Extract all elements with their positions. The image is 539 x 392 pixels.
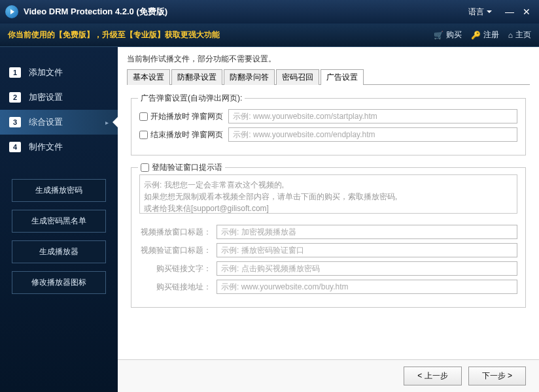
play-title-input[interactable] [217, 225, 517, 239]
chevron-right-icon: ▸ [105, 119, 109, 126]
register-button[interactable]: 🔑注册 [471, 29, 499, 41]
tabs: 基本设置 防翻录设置 防翻录问答 密码召回 广告设置 [118, 69, 539, 84]
language-label: 语言 [468, 7, 484, 18]
cart-icon: 🛒 [434, 31, 443, 40]
end-play-checkbox[interactable]: 结束播放时 弹窗网页 [139, 129, 223, 140]
buy-text-label: 购买链接文字： [139, 263, 211, 274]
modify-player-icon-button[interactable]: 修改播放器图标 [12, 271, 106, 294]
chevron-down-icon [487, 10, 492, 13]
generate-player-button[interactable]: 生成播放器 [12, 240, 106, 263]
tab-ad-settings[interactable]: 广告设置 [321, 69, 364, 85]
sidebar: 1 添加文件 2 加密设置 3 综合设置 ▸ 4 制作文件 生成播放密码 生成密… [0, 47, 118, 392]
login-fieldset: 登陆验证窗口提示语 示例: 我想您一定会非常喜欢这个视频的, 如果您想无限制观看… [131, 167, 526, 308]
end-play-check[interactable] [139, 131, 148, 139]
prev-button[interactable]: < 上一步 [404, 367, 461, 385]
step-label: 制作文件 [29, 141, 63, 153]
step-number: 2 [9, 92, 21, 103]
step-general-settings[interactable]: 3 综合设置 ▸ [0, 110, 118, 135]
step-build-files[interactable]: 4 制作文件 [0, 135, 118, 159]
key-icon: 🔑 [471, 31, 481, 40]
play-title-label: 视频播放窗口标题： [139, 227, 211, 238]
buy-button[interactable]: 🛒购买 [434, 29, 462, 41]
popup-legend: 广告弹窗设置(自动弹出网页): [138, 93, 245, 104]
end-play-label: 结束播放时 弹窗网页 [150, 129, 223, 140]
titlebar: Video DRM Protection 4.2.0 (免费版) 语言 — ✕ [0, 0, 539, 24]
start-play-url-input[interactable] [228, 109, 517, 123]
buy-text-input[interactable] [217, 261, 517, 276]
minimize-button[interactable]: — [502, 5, 517, 19]
login-prompt-check[interactable] [141, 163, 149, 172]
step-number: 3 [9, 117, 21, 127]
step-label: 添加文件 [29, 67, 63, 78]
start-play-label: 开始播放时 弹窗网页 [150, 111, 223, 122]
step-label: 加密设置 [29, 91, 63, 103]
tab-anti-record-qa[interactable]: 防翻录问答 [224, 69, 275, 85]
generate-password-button[interactable]: 生成播放密码 [12, 179, 106, 202]
window-title: Video DRM Protection 4.2.0 (免费版) [24, 6, 468, 18]
step-add-files[interactable]: 1 添加文件 [0, 60, 118, 85]
close-button[interactable]: ✕ [519, 5, 534, 19]
start-play-check[interactable] [139, 112, 148, 121]
start-play-checkbox[interactable]: 开始播放时 弹窗网页 [139, 111, 223, 122]
upgrade-notice: 你当前使用的【免费版】，升级至【专业版】获取更强大功能 [8, 29, 425, 41]
login-prompt-textarea[interactable]: 示例: 我想您一定会非常喜欢这个视频的, 如果您想无限制观看本视频全部内容，请单… [139, 174, 517, 214]
login-prompt-label: 登陆验证窗口提示语 [152, 162, 222, 173]
verify-title-label: 视频验证窗口标题： [139, 245, 211, 256]
tab-anti-record[interactable]: 防翻录设置 [171, 69, 222, 85]
home-button[interactable]: ⌂主页 [508, 29, 531, 41]
verify-title-input[interactable] [217, 243, 517, 257]
popup-fieldset: 广告弹窗设置(自动弹出网页): 开始播放时 弹窗网页 结束播放时 弹窗网页 [131, 98, 526, 155]
step-number: 4 [9, 142, 21, 152]
language-dropdown[interactable]: 语言 [468, 7, 492, 18]
home-icon: ⌂ [508, 31, 513, 40]
tab-basic[interactable]: 基本设置 [127, 69, 170, 85]
login-prompt-checkbox[interactable]: 登陆验证窗口提示语 [141, 162, 222, 173]
step-number: 1 [9, 67, 21, 78]
step-label: 综合设置 [29, 116, 63, 128]
buy-url-label: 购买链接地址： [139, 282, 211, 293]
next-button[interactable]: 下一步 > [468, 367, 526, 385]
step-encrypt-settings[interactable]: 2 加密设置 [0, 85, 118, 110]
main-panel: 当前制作试播文件，部分功能不需要设置。 基本设置 防翻录设置 防翻录问答 密码召… [118, 47, 539, 392]
toolbar: 你当前使用的【免费版】，升级至【专业版】获取更强大功能 🛒购买 🔑注册 ⌂主页 [0, 24, 539, 47]
generate-blacklist-button[interactable]: 生成密码黑名单 [12, 210, 106, 233]
buy-url-input[interactable] [217, 280, 517, 294]
footer: < 上一步 下一步 > [118, 359, 539, 392]
login-legend: 登陆验证窗口提示语 [138, 162, 225, 173]
end-play-url-input[interactable] [228, 127, 517, 142]
tab-content: 广告弹窗设置(自动弹出网页): 开始播放时 弹窗网页 结束播放时 弹窗网页 [118, 85, 539, 359]
app-logo-icon [5, 5, 18, 18]
hint-text: 当前制作试播文件，部分功能不需要设置。 [118, 47, 539, 69]
tab-password-recall[interactable]: 密码召回 [276, 69, 319, 85]
